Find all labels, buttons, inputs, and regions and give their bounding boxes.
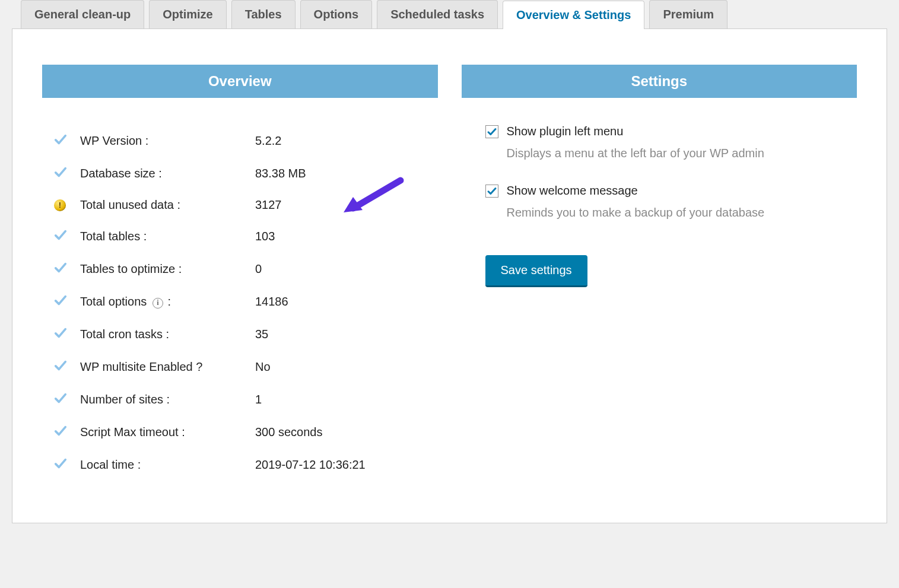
check-icon [54, 228, 80, 244]
check-icon [54, 133, 80, 149]
tab-label: Tables [245, 8, 282, 21]
overview-label: Total options i : [80, 295, 255, 309]
overview-value: 35 [255, 328, 432, 341]
tab-tables[interactable]: Tables [231, 0, 296, 28]
setting-description: Reminds you to make a backup of your dat… [485, 206, 846, 220]
tab-label: Premium [663, 8, 714, 21]
settings-card: Settings Show plugin left menuDisplays a… [462, 65, 857, 287]
check-icon [54, 166, 80, 182]
overview-row: Database size :83.38 MB [54, 157, 432, 190]
checkbox[interactable] [485, 125, 498, 138]
overview-label: Script Max timeout : [80, 425, 255, 439]
overview-value: 3127 [255, 198, 432, 212]
overview-row: !Total unused data :3127 [54, 190, 432, 220]
overview-row: Total cron tasks :35 [54, 318, 432, 351]
overview-row: Number of sites :1 [54, 383, 432, 416]
tab-label: Overview & Settings [516, 8, 631, 21]
overview-value: 14186 [255, 295, 432, 309]
check-icon [54, 392, 80, 408]
overview-value: 300 seconds [255, 425, 432, 439]
overview-card: Overview WP Version :5.2.2Database size … [42, 65, 438, 481]
setting-label: Show plugin left menu [507, 125, 624, 138]
overview-label: Total unused data : [80, 198, 255, 212]
tab-label: Options [314, 8, 359, 21]
tab-label: General clean-up [34, 8, 131, 21]
overview-label: Tables to optimize : [80, 262, 255, 276]
overview-value: 1 [255, 393, 432, 406]
overview-row: Local time :2019-07-12 10:36:21 [54, 449, 432, 481]
overview-value: 103 [255, 230, 432, 243]
checkbox[interactable] [485, 185, 498, 198]
overview-value: No [255, 360, 432, 374]
overview-label: WP multisite Enabled ? [80, 360, 255, 374]
overview-label: Number of sites : [80, 393, 255, 406]
tab-label: Optimize [163, 8, 212, 21]
overview-row: Total tables :103 [54, 220, 432, 253]
overview-row: Script Max timeout :300 seconds [54, 416, 432, 449]
tab-label: Scheduled tasks [390, 8, 484, 21]
overview-label: Total cron tasks : [80, 328, 255, 341]
check-icon [54, 457, 80, 473]
overview-row: WP Version :5.2.2 [54, 125, 432, 157]
tab-overview-settings[interactable]: Overview & Settings [503, 1, 644, 29]
info-icon[interactable]: i [153, 298, 163, 309]
tab-general-clean-up[interactable]: General clean-up [21, 0, 144, 28]
check-icon [54, 261, 80, 277]
overview-row: Tables to optimize :0 [54, 253, 432, 285]
overview-row: Total options i :14186 [54, 285, 432, 318]
overview-row: WP multisite Enabled ?No [54, 351, 432, 383]
tab-scheduled-tasks[interactable]: Scheduled tasks [377, 0, 498, 28]
tab-options[interactable]: Options [300, 0, 373, 28]
setting-item: Show welcome messageReminds you to make … [485, 184, 846, 220]
tab-premium[interactable]: Premium [649, 0, 728, 28]
overview-label: WP Version : [80, 134, 255, 148]
setting-description: Displays a menu at the left bar of your … [485, 147, 846, 160]
tab-bar: General clean-upOptimizeTablesOptionsSch… [0, 0, 899, 28]
setting-item: Show plugin left menuDisplays a menu at … [485, 125, 846, 160]
overview-value: 83.38 MB [255, 167, 432, 180]
check-icon [54, 326, 80, 342]
warning-icon: ! [54, 199, 80, 211]
overview-value: 5.2.2 [255, 134, 432, 148]
save-settings-button[interactable]: Save settings [485, 255, 587, 287]
overview-label: Total tables : [80, 230, 255, 243]
overview-value: 2019-07-12 10:36:21 [255, 458, 432, 472]
check-icon [54, 424, 80, 440]
content-panel: Overview WP Version :5.2.2Database size … [12, 28, 887, 523]
overview-value: 0 [255, 262, 432, 276]
overview-label: Database size : [80, 167, 255, 180]
settings-heading: Settings [462, 65, 857, 98]
check-icon [54, 359, 80, 375]
check-icon [54, 294, 80, 310]
setting-label: Show welcome message [507, 184, 638, 198]
overview-heading: Overview [42, 65, 438, 98]
tab-optimize[interactable]: Optimize [149, 0, 226, 28]
overview-label: Local time : [80, 458, 255, 472]
